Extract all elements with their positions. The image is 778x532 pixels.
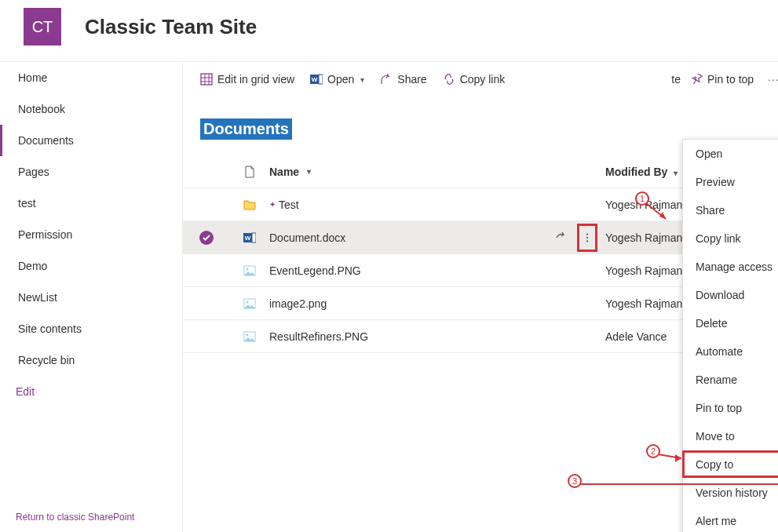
cmd-share[interactable]: Share [374,65,433,93]
svg-text:W: W [312,76,318,83]
svg-rect-10 [252,233,256,242]
svg-rect-7 [319,75,323,84]
annotation-2: 2 [646,444,660,458]
selected-checkmark-icon [199,231,214,245]
grid-icon [200,73,213,86]
chevron-down-icon: ▾ [674,169,678,177]
left-nav: HomeNotebookDocumentsPagestestPermission… [0,61,182,532]
ctx-item-open[interactable]: Open› [683,140,778,168]
row-share-button[interactable] [550,227,572,249]
cmd-delete-partial: te [671,73,681,86]
ctx-item-pin-to-top[interactable]: Pin to top [683,394,778,422]
nav-item-recycle-bin[interactable]: Recycle bin [0,344,182,376]
annotation-3: 3 [568,474,582,488]
svg-point-17 [247,301,249,303]
nav-item-test[interactable]: test [0,188,182,219]
link-icon [443,73,455,86]
annotation-3-arrow [579,480,778,496]
ctx-item-copy-link[interactable]: Copy link [683,224,778,253]
folder-icon [243,199,256,211]
svg-marker-23 [675,454,681,462]
main-content: Edit in grid view W Open ▾ Share Copy li… [182,61,778,532]
annotation-2-box [682,450,778,478]
ctx-item-alert-me[interactable]: Alert me [683,507,778,532]
cmd-open-label: Open [327,73,354,86]
file-name[interactable]: ResultRefiners.PNG [269,330,368,343]
ctx-item-move-to[interactable]: Move to [683,422,778,450]
site-logo: CT [24,8,61,46]
svg-text:W: W [245,235,251,242]
column-name-label: Name [269,166,299,178]
ctx-item-automate[interactable]: Automate› [683,337,778,366]
cmd-overflow[interactable]: ··· [763,73,778,86]
svg-point-15 [247,268,249,270]
image-icon [243,297,256,310]
nav-item-newlist[interactable]: NewList [0,282,182,313]
image-icon [243,330,256,343]
nav-item-documents[interactable]: Documents [0,125,182,156]
file-name[interactable]: Document.docx [269,231,345,244]
svg-point-11 [586,233,588,235]
ctx-item-manage-access[interactable]: Manage access [683,253,778,281]
chevron-down-icon: ▾ [360,75,364,84]
cmd-pin[interactable]: Pin to top [684,65,760,93]
pin-icon [690,73,703,86]
cmd-edit-grid[interactable]: Edit in grid view [194,65,301,93]
cmd-edit-grid-label: Edit in grid view [217,73,294,86]
nav-item-notebook[interactable]: Notebook [0,93,182,125]
nav-item-home[interactable]: Home [0,62,182,93]
nav-item-pages[interactable]: Pages [0,156,182,188]
svg-point-19 [247,333,249,336]
file-name[interactable]: Test [279,199,299,211]
word-icon: W [310,73,323,86]
file-name[interactable]: EventLegend.PNG [269,264,361,277]
column-name[interactable]: Name ▾ [269,166,605,178]
nav-item-site-contents[interactable]: Site contents [0,313,182,344]
row-more-button[interactable] [577,224,597,252]
ctx-item-delete[interactable]: Delete [683,309,778,337]
library-title: Documents [200,118,292,140]
command-bar: Edit in grid view W Open ▾ Share Copy li… [183,62,778,97]
ctx-item-share[interactable]: Share [683,196,778,224]
file-name[interactable]: image2.png [269,297,327,310]
site-title: Classic Team Site [85,15,257,39]
share-icon [380,73,393,86]
annotation-1: 1 [635,191,649,206]
ctx-item-rename[interactable]: Rename [683,366,778,394]
new-indicator-icon: ✦ [269,200,276,209]
cmd-share-label: Share [397,73,426,86]
svg-rect-0 [201,74,212,85]
file-type-column-icon [243,166,256,178]
cmd-open[interactable]: W Open ▾ [304,65,371,93]
nav-item-permission[interactable]: Permission [0,219,182,250]
chevron-down-icon: ▾ [307,167,311,176]
svg-point-13 [586,240,588,242]
nav-item-demo[interactable]: Demo [0,250,182,282]
cmd-pin-label: Pin to top [707,73,754,86]
ctx-item-preview[interactable]: Preview [683,168,778,196]
image-icon [243,264,256,277]
column-modified-by-label: Modified By [605,166,667,178]
cmd-copy-link-label: Copy link [460,73,506,86]
svg-point-12 [586,236,588,238]
return-classic-link[interactable]: Return to classic SharePoint [16,512,134,523]
ctx-item-download[interactable]: Download [683,281,778,309]
word-icon: W [243,231,256,244]
cmd-copy-link[interactable]: Copy link [436,65,512,93]
svg-marker-21 [659,212,666,219]
nav-edit-link[interactable]: Edit [0,376,182,407]
site-header: CT Classic Team Site [0,0,778,61]
